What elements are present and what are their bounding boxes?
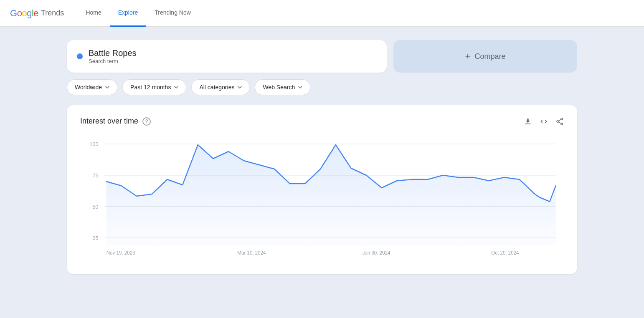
svg-text:25: 25 [92,235,98,241]
search-term-type: Search term [89,58,137,64]
svg-point-2 [557,120,558,122]
svg-line-5 [558,122,561,123]
search-row: Battle Ropes Search term + Compare [67,40,577,73]
svg-text:100: 100 [89,141,98,147]
svg-text:Mar 10, 2024: Mar 10, 2024 [237,250,266,255]
main-nav: Home Explore Trending Now [77,0,199,26]
logo[interactable]: Google Trends [10,8,64,19]
compare-card[interactable]: + Compare [393,40,577,73]
nav-explore[interactable]: Explore [110,0,146,27]
header: Google Trends Home Explore Trending Now [0,0,644,27]
nav-trending-now[interactable]: Trending Now [146,0,199,27]
embed-icon [540,117,548,126]
download-icon [524,117,532,126]
chevron-down-icon [105,86,109,88]
compare-label: Compare [474,52,505,61]
svg-text:75: 75 [92,172,98,179]
chart-area: 100 75 50 25 Nov 19, 2023 Mar 10, 2024 J… [80,136,564,261]
nav-home[interactable]: Home [77,0,109,27]
chart-card: Interest over time ? [67,105,577,274]
share-button[interactable] [555,117,564,126]
svg-text:Oct 20, 2024: Oct 20, 2024 [491,250,519,255]
logo-trends-text: Trends [41,9,64,18]
search-term-name: Battle Ropes [89,48,137,58]
embed-button[interactable] [540,117,548,126]
chevron-down-icon [298,86,302,88]
chart-title: Interest over time [80,117,138,126]
filter-time-label: Past 12 months [130,84,171,91]
filter-worldwide-label: Worldwide [75,84,102,91]
filter-search-type-label: Web Search [263,84,295,91]
filter-row: Worldwide Past 12 months All categories … [67,79,577,95]
filter-categories[interactable]: All categories [191,79,250,95]
svg-point-1 [561,118,563,120]
chart-header: Interest over time ? [80,117,564,126]
search-term-card[interactable]: Battle Ropes Search term [67,40,387,73]
share-icon [555,117,564,126]
svg-text:Nov 19, 2023: Nov 19, 2023 [106,250,135,255]
search-dot [77,53,83,59]
help-icon[interactable]: ? [142,117,151,126]
compare-plus-icon: + [465,51,471,62]
download-button[interactable] [524,117,532,126]
logo-google-text: Google [10,8,38,19]
filter-worldwide[interactable]: Worldwide [67,79,117,95]
svg-rect-0 [525,124,530,124]
filter-categories-label: All categories [199,84,234,91]
svg-text:Jun 30, 2024: Jun 30, 2024 [363,250,390,255]
chart-actions [524,117,564,126]
chevron-down-icon [174,86,178,88]
chart-title-group: Interest over time ? [80,117,151,126]
interest-chart: 100 75 50 25 Nov 19, 2023 Mar 10, 2024 J… [80,136,564,261]
main-content: Battle Ropes Search term + Compare World… [0,27,644,288]
svg-line-4 [558,119,561,121]
filter-time-range[interactable]: Past 12 months [122,79,186,95]
search-term-text: Battle Ropes Search term [89,48,137,64]
filter-search-type[interactable]: Web Search [255,79,310,95]
svg-text:50: 50 [92,204,98,210]
svg-point-3 [561,123,563,124]
chevron-down-icon [238,86,242,88]
